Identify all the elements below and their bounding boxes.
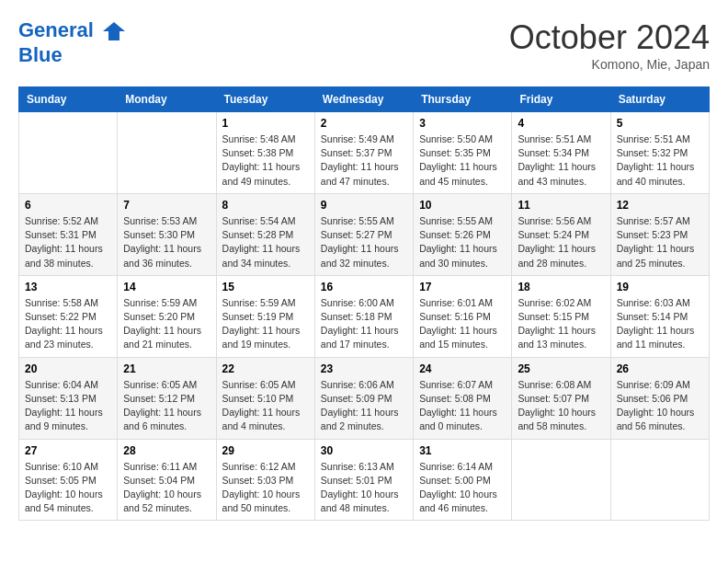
weekday-header-tuesday: Tuesday bbox=[216, 87, 314, 112]
weekday-header-wednesday: Wednesday bbox=[314, 87, 413, 112]
day-number: 21 bbox=[123, 362, 210, 375]
day-number: 4 bbox=[518, 117, 604, 130]
day-info: Sunrise: 5:56 AM Sunset: 5:24 PM Dayligh… bbox=[518, 214, 604, 270]
day-number: 15 bbox=[222, 281, 309, 293]
calendar-cell: 6Sunrise: 5:52 AM Sunset: 5:31 PM Daylig… bbox=[19, 193, 118, 275]
day-info: Sunrise: 5:53 AM Sunset: 5:30 PM Dayligh… bbox=[123, 214, 210, 270]
page-header: General Blue October 2024 Komono, Mie, J… bbox=[18, 18, 710, 72]
calendar-header-row: SundayMondayTuesdayWednesdayThursdayFrid… bbox=[19, 87, 710, 112]
day-number: 3 bbox=[419, 117, 506, 130]
day-info: Sunrise: 5:54 AM Sunset: 5:28 PM Dayligh… bbox=[222, 214, 309, 270]
logo-blue: Blue bbox=[18, 44, 127, 66]
calendar-cell: 28Sunrise: 6:11 AM Sunset: 5:04 PM Dayli… bbox=[118, 439, 216, 521]
day-number: 19 bbox=[617, 281, 703, 293]
day-number: 17 bbox=[419, 281, 506, 293]
weekday-header-monday: Monday bbox=[118, 87, 216, 112]
day-number: 22 bbox=[222, 362, 309, 375]
calendar-cell: 18Sunrise: 6:02 AM Sunset: 5:15 PM Dayli… bbox=[512, 275, 610, 357]
calendar-cell: 4Sunrise: 5:51 AM Sunset: 5:34 PM Daylig… bbox=[512, 112, 610, 194]
day-number: 12 bbox=[617, 199, 703, 212]
day-number: 28 bbox=[123, 444, 210, 457]
day-info: Sunrise: 6:12 AM Sunset: 5:03 PM Dayligh… bbox=[222, 460, 309, 516]
logo-general: General bbox=[18, 18, 94, 41]
title-block: October 2024 Komono, Mie, Japan bbox=[509, 18, 710, 72]
weekday-header-sunday: Sunday bbox=[19, 87, 118, 112]
weekday-header-thursday: Thursday bbox=[414, 87, 512, 112]
day-info: Sunrise: 5:52 AM Sunset: 5:31 PM Dayligh… bbox=[25, 214, 111, 270]
month-title: October 2024 bbox=[509, 18, 710, 57]
day-info: Sunrise: 6:04 AM Sunset: 5:13 PM Dayligh… bbox=[25, 378, 111, 434]
location-subtitle: Komono, Mie, Japan bbox=[509, 57, 710, 72]
calendar-cell: 20Sunrise: 6:04 AM Sunset: 5:13 PM Dayli… bbox=[19, 357, 118, 439]
calendar-cell: 8Sunrise: 5:54 AM Sunset: 5:28 PM Daylig… bbox=[216, 193, 314, 275]
day-number: 30 bbox=[321, 444, 407, 457]
calendar-cell: 29Sunrise: 6:12 AM Sunset: 5:03 PM Dayli… bbox=[216, 439, 314, 521]
day-number: 1 bbox=[222, 117, 309, 130]
day-number: 6 bbox=[25, 199, 111, 212]
calendar-body: 1Sunrise: 5:48 AM Sunset: 5:38 PM Daylig… bbox=[19, 112, 710, 521]
calendar-cell: 21Sunrise: 6:05 AM Sunset: 5:12 PM Dayli… bbox=[118, 357, 216, 439]
calendar-cell: 11Sunrise: 5:56 AM Sunset: 5:24 PM Dayli… bbox=[512, 193, 610, 275]
weekday-header-saturday: Saturday bbox=[610, 87, 709, 112]
day-info: Sunrise: 5:59 AM Sunset: 5:20 PM Dayligh… bbox=[123, 296, 210, 352]
day-info: Sunrise: 6:08 AM Sunset: 5:07 PM Dayligh… bbox=[518, 378, 604, 434]
svg-marker-0 bbox=[103, 22, 125, 40]
day-number: 7 bbox=[123, 199, 210, 212]
weekday-header-friday: Friday bbox=[512, 87, 610, 112]
logo-icon bbox=[101, 18, 127, 44]
calendar-cell: 27Sunrise: 6:10 AM Sunset: 5:05 PM Dayli… bbox=[19, 439, 118, 521]
calendar-cell: 31Sunrise: 6:14 AM Sunset: 5:00 PM Dayli… bbox=[414, 439, 512, 521]
day-number: 10 bbox=[419, 199, 506, 212]
day-info: Sunrise: 5:55 AM Sunset: 5:26 PM Dayligh… bbox=[419, 214, 506, 270]
day-info: Sunrise: 6:14 AM Sunset: 5:00 PM Dayligh… bbox=[419, 460, 506, 516]
calendar-week-row: 13Sunrise: 5:58 AM Sunset: 5:22 PM Dayli… bbox=[19, 275, 710, 357]
day-info: Sunrise: 5:57 AM Sunset: 5:23 PM Dayligh… bbox=[617, 214, 703, 270]
day-number: 31 bbox=[419, 444, 506, 457]
calendar-cell: 19Sunrise: 6:03 AM Sunset: 5:14 PM Dayli… bbox=[610, 275, 709, 357]
calendar-cell: 17Sunrise: 6:01 AM Sunset: 5:16 PM Dayli… bbox=[414, 275, 512, 357]
calendar-cell: 12Sunrise: 5:57 AM Sunset: 5:23 PM Dayli… bbox=[610, 193, 709, 275]
day-number: 9 bbox=[321, 199, 407, 212]
day-number: 27 bbox=[25, 444, 111, 457]
day-info: Sunrise: 6:01 AM Sunset: 5:16 PM Dayligh… bbox=[419, 296, 506, 352]
calendar-cell: 25Sunrise: 6:08 AM Sunset: 5:07 PM Dayli… bbox=[512, 357, 610, 439]
calendar-cell: 26Sunrise: 6:09 AM Sunset: 5:06 PM Dayli… bbox=[610, 357, 709, 439]
day-info: Sunrise: 6:03 AM Sunset: 5:14 PM Dayligh… bbox=[617, 296, 703, 352]
calendar-cell: 1Sunrise: 5:48 AM Sunset: 5:38 PM Daylig… bbox=[216, 112, 314, 194]
calendar-cell: 15Sunrise: 5:59 AM Sunset: 5:19 PM Dayli… bbox=[216, 275, 314, 357]
calendar-cell: 9Sunrise: 5:55 AM Sunset: 5:27 PM Daylig… bbox=[314, 193, 413, 275]
day-number: 13 bbox=[25, 281, 111, 293]
calendar-cell: 3Sunrise: 5:50 AM Sunset: 5:35 PM Daylig… bbox=[414, 112, 512, 194]
day-number: 25 bbox=[518, 362, 604, 375]
calendar-table: SundayMondayTuesdayWednesdayThursdayFrid… bbox=[18, 86, 710, 521]
day-number: 24 bbox=[419, 362, 506, 375]
logo-text: General bbox=[18, 18, 127, 44]
calendar-cell: 23Sunrise: 6:06 AM Sunset: 5:09 PM Dayli… bbox=[314, 357, 413, 439]
day-info: Sunrise: 6:06 AM Sunset: 5:09 PM Dayligh… bbox=[321, 378, 407, 434]
calendar-cell: 24Sunrise: 6:07 AM Sunset: 5:08 PM Dayli… bbox=[414, 357, 512, 439]
calendar-cell: 14Sunrise: 5:59 AM Sunset: 5:20 PM Dayli… bbox=[118, 275, 216, 357]
day-info: Sunrise: 6:13 AM Sunset: 5:01 PM Dayligh… bbox=[321, 460, 407, 516]
calendar-cell bbox=[19, 112, 118, 194]
day-number: 8 bbox=[222, 199, 309, 212]
day-number: 18 bbox=[518, 281, 604, 293]
day-info: Sunrise: 6:02 AM Sunset: 5:15 PM Dayligh… bbox=[518, 296, 604, 352]
calendar-cell: 2Sunrise: 5:49 AM Sunset: 5:37 PM Daylig… bbox=[314, 112, 413, 194]
day-number: 14 bbox=[123, 281, 210, 293]
day-number: 26 bbox=[617, 362, 703, 375]
day-info: Sunrise: 6:11 AM Sunset: 5:04 PM Dayligh… bbox=[123, 460, 210, 516]
day-number: 16 bbox=[321, 281, 407, 293]
day-info: Sunrise: 6:05 AM Sunset: 5:10 PM Dayligh… bbox=[222, 378, 309, 434]
day-info: Sunrise: 5:48 AM Sunset: 5:38 PM Dayligh… bbox=[222, 132, 309, 189]
day-info: Sunrise: 6:10 AM Sunset: 5:05 PM Dayligh… bbox=[25, 460, 111, 516]
calendar-cell bbox=[610, 439, 709, 521]
day-number: 29 bbox=[222, 444, 309, 457]
day-info: Sunrise: 6:07 AM Sunset: 5:08 PM Dayligh… bbox=[419, 378, 506, 434]
logo: General Blue bbox=[18, 18, 127, 66]
calendar-week-row: 27Sunrise: 6:10 AM Sunset: 5:05 PM Dayli… bbox=[19, 439, 710, 521]
day-number: 5 bbox=[617, 117, 703, 130]
day-info: Sunrise: 5:59 AM Sunset: 5:19 PM Dayligh… bbox=[222, 296, 309, 352]
day-info: Sunrise: 5:51 AM Sunset: 5:32 PM Dayligh… bbox=[617, 132, 703, 189]
calendar-cell bbox=[512, 439, 610, 521]
calendar-cell: 5Sunrise: 5:51 AM Sunset: 5:32 PM Daylig… bbox=[610, 112, 709, 194]
